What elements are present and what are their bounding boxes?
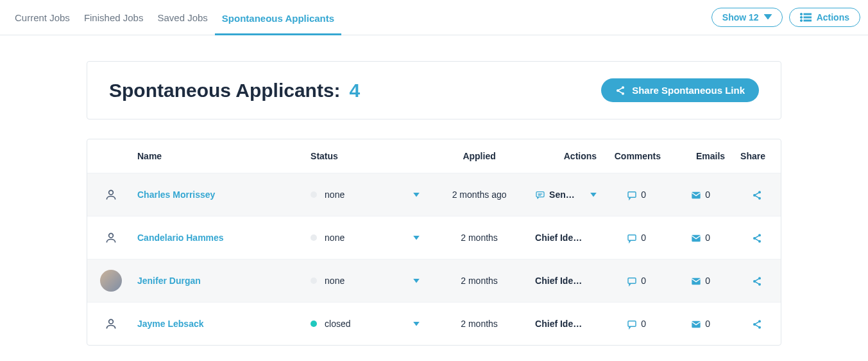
svg-point-42 xyxy=(109,319,114,324)
caret-down-icon xyxy=(413,319,420,329)
caret-down-icon xyxy=(590,189,597,200)
status-dropdown[interactable]: closed xyxy=(311,319,420,329)
applicant-name-link[interactable]: Charles Morrissey xyxy=(137,189,215,200)
comment-icon xyxy=(627,232,637,243)
table-row: Charles Morrisseynone2 months agoSen…00 xyxy=(87,173,781,216)
col-applied: Applied xyxy=(431,139,527,173)
share-link-button[interactable]: Share Spontaneous Link xyxy=(601,78,759,102)
avatar-image xyxy=(100,270,122,292)
avatar-cell xyxy=(87,173,130,216)
email-icon xyxy=(691,189,701,200)
action-text-wrap[interactable]: Chief Ident… xyxy=(535,233,597,243)
svg-point-5 xyxy=(800,19,802,21)
emails-count: 0 xyxy=(705,189,710,200)
status-text: none xyxy=(325,233,345,243)
comments-count: 0 xyxy=(641,319,646,329)
topbar: Current JobsFinished JobsSaved JobsSpont… xyxy=(0,0,868,35)
svg-point-12 xyxy=(109,190,114,195)
svg-rect-18 xyxy=(628,191,636,197)
emails-count: 0 xyxy=(705,233,710,243)
status-dot-icon xyxy=(311,191,317,198)
tab-saved-jobs[interactable]: Saved Jobs xyxy=(150,0,214,35)
avatar-cell xyxy=(87,260,130,303)
col-actions: Actions xyxy=(527,139,604,173)
svg-rect-41 xyxy=(754,281,759,285)
tab-spontaneous-applicants[interactable]: Spontaneous Applicants xyxy=(215,1,341,35)
avatar-cell xyxy=(87,303,130,346)
comment-icon xyxy=(627,275,637,286)
share-row-button[interactable] xyxy=(752,232,762,242)
emails-link[interactable]: 0 xyxy=(691,276,710,286)
status-dot-icon xyxy=(311,321,317,327)
action-text-wrap[interactable]: Chief Ident… xyxy=(535,319,597,329)
emails-count: 0 xyxy=(705,276,710,286)
comments-link[interactable]: 0 xyxy=(627,189,646,200)
applicant-name-link[interactable]: Jayme Lebsack xyxy=(137,319,204,329)
emails-link[interactable]: 0 xyxy=(691,189,710,200)
tab-current-jobs[interactable]: Current Jobs xyxy=(8,0,77,35)
action-text: Sen… xyxy=(549,189,575,200)
person-icon xyxy=(100,313,122,335)
person-icon xyxy=(100,227,122,249)
emails-count: 0 xyxy=(705,319,710,329)
status-dropdown[interactable]: none xyxy=(311,189,420,200)
col-status: Status xyxy=(303,139,431,173)
applicants-table-card: Name Status Applied Actions Comments Ema… xyxy=(87,139,781,346)
action-dropdown[interactable]: Sen… xyxy=(535,189,597,200)
tabs-container: Current JobsFinished JobsSaved JobsSpont… xyxy=(8,0,341,35)
status-text: none xyxy=(325,189,345,200)
comments-link[interactable]: 0 xyxy=(627,232,646,243)
col-name: Name xyxy=(130,139,303,173)
status-text: closed xyxy=(325,319,350,329)
comments-count: 0 xyxy=(641,276,646,286)
header-card: Spontaneous Applicants: 4 Share Spontane… xyxy=(87,61,781,119)
applicant-name-link[interactable]: Candelario Hammes xyxy=(137,233,224,243)
action-text-wrap[interactable]: Chief Ident… xyxy=(535,276,597,286)
share-icon xyxy=(615,85,625,96)
share-icon xyxy=(752,232,762,242)
status-dropdown[interactable]: none xyxy=(311,233,420,243)
svg-marker-13 xyxy=(413,193,420,197)
action-text: Chief Ident… xyxy=(535,276,586,286)
share-row-button[interactable] xyxy=(752,318,762,328)
svg-point-1 xyxy=(800,13,802,15)
comments-count: 0 xyxy=(641,233,646,243)
svg-point-3 xyxy=(800,16,802,18)
actions-button[interactable]: Actions xyxy=(789,8,860,27)
content-area: Spontaneous Applicants: 4 Share Spontane… xyxy=(0,35,868,361)
svg-rect-4 xyxy=(804,17,812,18)
svg-rect-27 xyxy=(628,234,636,240)
comment-icon xyxy=(627,189,637,200)
comments-link[interactable]: 0 xyxy=(627,318,646,329)
status-dot-icon xyxy=(311,277,317,284)
svg-marker-0 xyxy=(764,14,772,19)
applied-text: 2 months ago xyxy=(431,173,527,216)
svg-marker-26 xyxy=(413,236,420,240)
caret-down-icon xyxy=(413,233,420,243)
chat-icon xyxy=(535,189,545,200)
applied-text: 2 months xyxy=(431,260,527,303)
emails-link[interactable]: 0 xyxy=(691,319,710,329)
svg-marker-17 xyxy=(590,193,597,197)
share-icon xyxy=(752,189,762,199)
share-row-button[interactable] xyxy=(752,275,762,285)
caret-down-icon xyxy=(764,14,772,21)
avatar-cell xyxy=(87,216,130,260)
show-count-button[interactable]: Show 12 xyxy=(711,8,783,27)
status-dot-icon xyxy=(311,234,317,241)
svg-marker-34 xyxy=(413,279,420,283)
email-icon xyxy=(691,319,701,329)
svg-rect-6 xyxy=(804,20,812,21)
svg-rect-11 xyxy=(618,90,623,94)
tab-finished-jobs[interactable]: Finished Jobs xyxy=(77,0,151,35)
comments-link[interactable]: 0 xyxy=(627,275,646,286)
status-dropdown[interactable]: none xyxy=(311,276,420,286)
page-title: Spontaneous Applicants: xyxy=(109,80,341,101)
caret-down-icon xyxy=(413,276,420,286)
action-text: Chief Ident… xyxy=(535,233,586,243)
share-row-button[interactable] xyxy=(752,189,762,199)
applicant-name-link[interactable]: Jenifer Durgan xyxy=(137,276,201,286)
table-row: Jenifer Durgannone2 monthsChief Ident…00 xyxy=(87,260,781,303)
list-icon xyxy=(800,13,812,22)
emails-link[interactable]: 0 xyxy=(691,233,710,243)
